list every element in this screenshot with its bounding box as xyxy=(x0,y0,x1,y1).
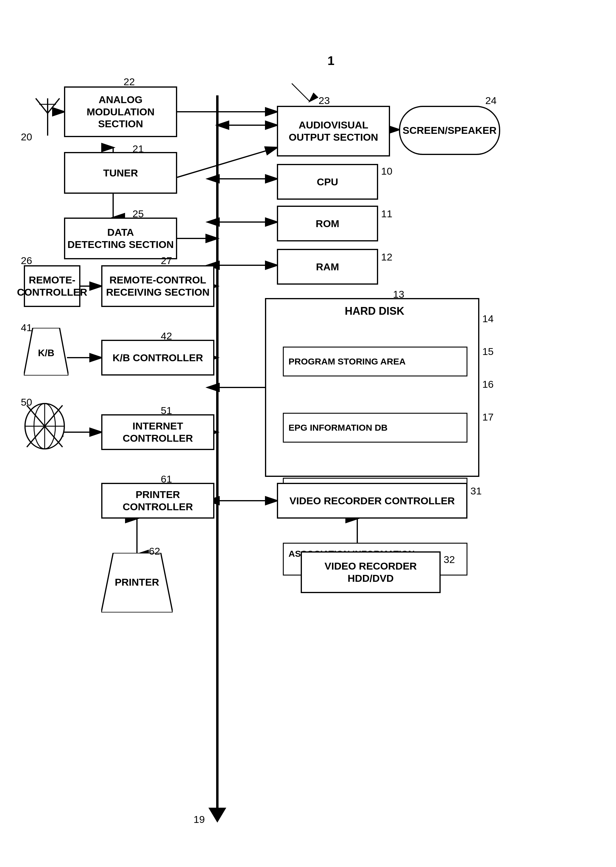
remote-control-rx-ref: 27 xyxy=(161,255,172,266)
internet-controller-box: INTERNET CONTROLLER xyxy=(101,414,214,450)
data-detecting-ref: 25 xyxy=(132,208,144,220)
antenna-icon xyxy=(33,90,63,137)
svg-line-6 xyxy=(292,84,310,101)
program-storing-box: PROGRAM STORING AREA xyxy=(283,347,467,377)
printer-controller-ref: 61 xyxy=(161,473,172,485)
screen-speaker-cloud: SCREEN/SPEAKER xyxy=(399,106,500,155)
kb-ref: 41 xyxy=(21,322,32,334)
audiovisual-ref: 23 xyxy=(319,95,330,106)
svg-line-33 xyxy=(36,98,48,113)
analog-modulation-box: ANALOG MODULATIONSECTION xyxy=(64,87,177,137)
association-info-ref: 17 xyxy=(482,411,493,423)
remote-controller-ref: 26 xyxy=(21,255,32,266)
video-recorder-ctrl-box: VIDEO RECORDER CONTROLLER xyxy=(277,483,467,519)
hard-disk-title: HARD DISK xyxy=(271,302,478,317)
audiovisual-box: AUDIOVISUALOUTPUT SECTION xyxy=(277,106,390,156)
antenna-ref: 20 xyxy=(21,131,32,143)
kb-shape: K/B xyxy=(24,328,69,375)
internet-controller-ref: 51 xyxy=(161,405,172,416)
page-title xyxy=(0,0,616,18)
video-recorder-ctrl-ref: 31 xyxy=(470,485,482,497)
kb-controller-ref: 42 xyxy=(161,330,172,342)
printer-ref: 62 xyxy=(149,545,160,557)
hard-disk-outer-box: HARD DISK PROGRAM STORING AREA EPG INFOR… xyxy=(265,298,479,477)
svg-text:PRINTER: PRINTER xyxy=(115,576,159,588)
bus-ref: 19 xyxy=(193,813,205,825)
video-recorder-hdd-box: VIDEO RECORDERHDD/DVD xyxy=(301,552,441,593)
screen-speaker-ref: 24 xyxy=(485,95,497,106)
svg-line-13 xyxy=(177,148,277,177)
globe-ref: 50 xyxy=(21,396,32,408)
video-recorder-hdd-ref: 32 xyxy=(444,554,455,565)
remote-control-rx-box: REMOTE-CONTROLRECEIVING SECTION xyxy=(101,265,214,307)
hard-disk-ref: 13 xyxy=(393,288,404,300)
rom-box: ROM xyxy=(277,206,378,241)
diagram-container: 20 ANALOG MODULATIONSECTION 22 AUDIOVISU… xyxy=(18,60,599,850)
cpu-ref: 10 xyxy=(381,166,393,177)
kb-controller-box: K/B CONTROLLER xyxy=(101,340,214,375)
data-detecting-box: DATADETECTING SECTION xyxy=(64,218,177,259)
ram-box: RAM xyxy=(277,249,378,285)
printer-controller-box: PRINTER CONTROLLER xyxy=(101,483,214,519)
ram-ref: 12 xyxy=(381,251,393,263)
rom-ref: 11 xyxy=(381,208,393,220)
remote-controller-box: REMOTE-CONTROLLER xyxy=(24,265,80,307)
svg-marker-8 xyxy=(208,808,226,823)
printer-shape: PRINTER xyxy=(101,553,173,612)
globe-icon xyxy=(24,402,66,450)
template-storing-ref: 16 xyxy=(482,378,493,390)
epg-info-ref: 15 xyxy=(482,346,493,357)
svg-text:K/B: K/B xyxy=(38,347,54,358)
epg-info-box: EPG INFORMATION DB xyxy=(283,413,467,443)
cpu-box: CPU xyxy=(277,164,378,200)
analog-mod-ref: 22 xyxy=(124,76,135,88)
program-storing-ref: 14 xyxy=(482,313,493,325)
tuner-ref: 21 xyxy=(132,143,144,154)
svg-line-34 xyxy=(48,98,60,113)
tuner-box: TUNER xyxy=(64,152,177,194)
